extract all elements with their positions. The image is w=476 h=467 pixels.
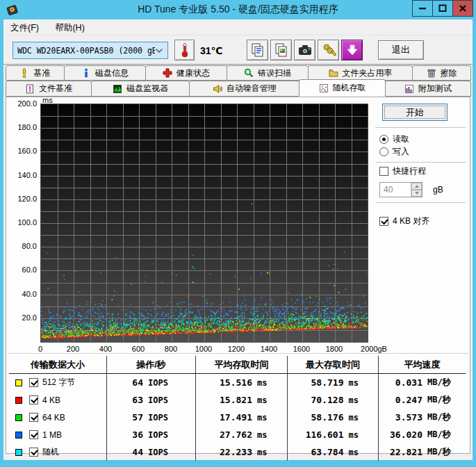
client-area: 文件(F) 帮助(H) WDC WD20EARX-00PASB0 (2000 g… <box>3 19 473 460</box>
menu-file[interactable]: 文件(F) <box>3 19 46 36</box>
minimize-button[interactable] <box>412 0 433 17</box>
update-icon <box>345 43 359 57</box>
window-title: HD Tune 专业版 5.50 - 硬盘/固态硬盘实用程序 <box>138 3 338 16</box>
copy-text-icon <box>250 42 265 58</box>
y-tick-label: 180.0 <box>8 123 37 131</box>
arrow-down-icon <box>415 192 419 195</box>
table-row: 随机44IOPS22.233ms63.784ms22.821MB/秒 <box>9 443 466 461</box>
max-access-time-value: 58.719ms <box>287 374 378 391</box>
close-icon <box>459 4 467 13</box>
iops-value: 63IOPS <box>106 391 195 409</box>
start-button[interactable]: 开始 <box>382 104 448 121</box>
y-tick-label: 200.0 <box>8 99 37 108</box>
series-label: 1 MB <box>42 430 62 440</box>
avg-speed-value: 3.573MB/秒 <box>378 409 466 426</box>
checkbox-checked-icon <box>379 217 388 226</box>
random-access-page: ms 20.040.060.080.0100.0120.0140.0160.01… <box>6 97 470 454</box>
avg-access-time-value: 22.233ms <box>195 443 287 461</box>
column-header: 操作/秒 <box>106 356 195 374</box>
update-button[interactable] <box>341 40 363 60</box>
shortstroke-label: 快捷行程 <box>393 165 426 177</box>
series-cell: 512 字节 <box>9 374 106 391</box>
results-header-row: 传输数据大小 操作/秒 平均存取时间 最大存取时间 平均速度 <box>9 356 466 374</box>
radio-on-icon <box>379 135 388 144</box>
write-radio[interactable]: 写入 <box>379 146 409 158</box>
exit-button[interactable]: 退出 <box>378 40 424 60</box>
avg-access-time-value: 17.491ms <box>195 409 287 426</box>
tab-erase[interactable]: 擦除 <box>412 65 471 81</box>
disk-info-icon <box>81 68 92 78</box>
series-label: 4 KB <box>42 395 60 405</box>
tab-label: 自动噪音管理 <box>227 83 277 95</box>
separator <box>375 162 466 163</box>
random-access-icon <box>319 83 329 93</box>
max-access-time-value: 116.601ms <box>287 426 378 443</box>
keys-button[interactable] <box>318 40 339 60</box>
iops-value: 64IOPS <box>106 374 195 391</box>
tab-health[interactable]: 健康状态 <box>145 65 227 81</box>
x-tick-label: 2000gB <box>354 345 393 353</box>
y-tick-label: 40.0 <box>8 290 37 298</box>
tab-disk-monitor[interactable]: 磁盘监视器 <box>91 81 190 97</box>
menu-help[interactable]: 帮助(H) <box>48 19 91 36</box>
copy-text-button[interactable] <box>247 40 268 60</box>
tab-label: 磁盘监视器 <box>126 83 168 95</box>
tab-aam[interactable]: 自动噪音管理 <box>189 81 299 97</box>
minimize-icon <box>418 4 427 13</box>
y-tick-label: 120.0 <box>8 195 37 203</box>
shortstroke-checkbox[interactable]: 快捷行程 <box>379 165 426 177</box>
max-access-time-value: 70.128ms <box>287 391 378 409</box>
series-color-swatch <box>15 432 22 439</box>
folder-usage-icon <box>329 68 339 78</box>
series-checkbox[interactable] <box>29 378 38 387</box>
series-checkbox[interactable] <box>29 448 38 457</box>
y-tick-label: 80.0 <box>8 242 37 250</box>
separator <box>375 202 466 204</box>
capacity-unit-label: gB <box>433 185 443 195</box>
capacity-spinner[interactable]: 40 <box>379 182 422 197</box>
iops-value: 57IOPS <box>106 409 195 426</box>
erase-icon <box>427 68 437 78</box>
copy-image-icon <box>274 42 289 58</box>
drive-select[interactable]: WDC WD20EARX-00PASB0 (2000 gB) <box>13 42 168 59</box>
x-tick-label: 1800 <box>315 345 354 353</box>
spin-down-button[interactable] <box>411 190 422 197</box>
avg-speed-value: 22.821MB/秒 <box>378 443 466 461</box>
avg-speed-value: 0.031MB/秒 <box>378 374 466 391</box>
tab-label: 磁盘信息 <box>95 67 129 79</box>
tab-error-scan[interactable]: 错误扫描 <box>227 65 309 81</box>
series-checkbox[interactable] <box>29 430 38 439</box>
app-window: HD Tune 专业版 5.50 - 硬盘/固态硬盘实用程序 文件(F) 帮助(… <box>0 0 476 467</box>
screenshot-button[interactable] <box>294 40 315 60</box>
read-radio[interactable]: 读取 <box>379 133 409 145</box>
app-icon <box>6 3 19 16</box>
tab-file-benchmark[interactable]: 文件基准 <box>6 81 92 97</box>
series-checkbox[interactable] <box>29 395 38 404</box>
close-button[interactable] <box>452 0 473 17</box>
tab-label: 随机存取 <box>333 82 366 94</box>
series-checkbox[interactable] <box>29 413 38 422</box>
separator <box>375 127 466 129</box>
tab-extra-tests[interactable]: 附加测试 <box>385 81 471 97</box>
spin-up-button[interactable] <box>411 183 422 190</box>
benchmark-icon <box>19 68 30 78</box>
y-tick-label: 20.0 <box>8 313 37 322</box>
tab-label: 健康状态 <box>177 67 210 79</box>
results-table: 传输数据大小 操作/秒 平均存取时间 最大存取时间 平均速度 512 字节64I… <box>9 356 466 461</box>
title-bar[interactable]: HD Tune 专业版 5.50 - 硬盘/固态硬盘实用程序 <box>0 0 476 19</box>
temperature-button[interactable] <box>174 40 195 60</box>
tab-random-access[interactable]: 随机存取 <box>299 79 385 97</box>
tab-disk-info[interactable]: 磁盘信息 <box>64 65 146 81</box>
series-label: 64 KB <box>42 413 65 423</box>
series-label: 512 字节 <box>42 377 75 388</box>
tab-benchmark[interactable]: 基准 <box>6 65 65 81</box>
maximize-button[interactable] <box>432 0 453 17</box>
read-radio-label: 读取 <box>393 133 409 145</box>
max-access-time-value: 58.176ms <box>287 409 378 426</box>
copy-image-button[interactable] <box>270 40 292 60</box>
tab-row-1: 基准磁盘信息健康状态错误扫描文件夹占用率擦除 <box>6 65 470 81</box>
table-row: 512 字节64IOPS15.516ms58.719ms0.031MB/秒 <box>9 374 466 391</box>
align-checkbox[interactable]: 4 KB 对齐 <box>379 215 429 227</box>
tab-folder-usage[interactable]: 文件夹占用率 <box>308 65 413 81</box>
series-color-swatch <box>15 379 22 386</box>
